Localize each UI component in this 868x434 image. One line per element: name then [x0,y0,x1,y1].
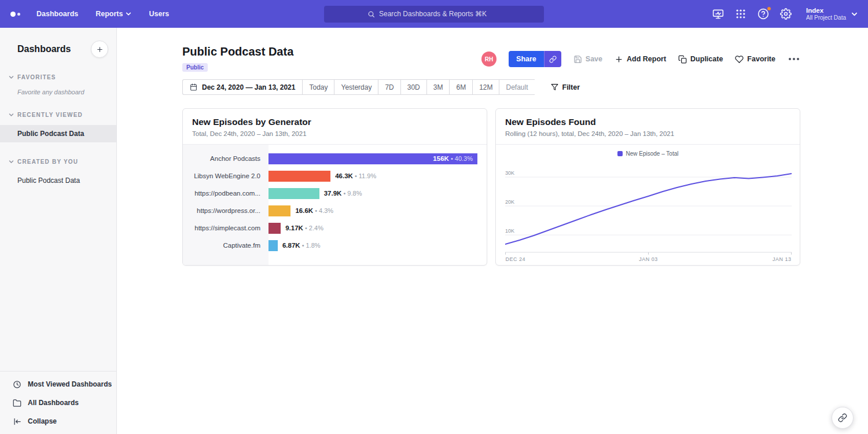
chevron-down-icon [9,112,14,117]
preset-12m[interactable]: 12M [472,79,499,95]
favorite-button[interactable]: Favorite [735,55,775,64]
bar[interactable] [269,205,290,216]
sidebar: Dashboards FAVORITES Favorite any dashbo… [0,28,117,434]
gear-icon[interactable] [780,8,792,20]
bar-track: 37.9K • 9.8% [269,185,487,202]
bar-chart-row[interactable]: https://podbean.com... 37.9K • 9.8% [183,185,487,202]
monitor-icon[interactable] [712,8,724,20]
svg-text:30K: 30K [505,170,514,176]
nav-item-users[interactable]: Users [149,10,169,18]
section-header-favorites[interactable]: FAVORITES [0,74,116,80]
help-icon[interactable] [757,8,769,20]
date-toolbar: Dec 24, 2020 — Jan 13, 2021 Today Yester… [182,79,800,95]
bar-chart[interactable]: Anchor Podcasts 156K • 40.3% Libsyn WebE… [183,145,487,265]
save-button[interactable]: Save [573,55,602,64]
filter-funnel-icon [551,83,558,91]
preset-6m[interactable]: 6M [449,79,472,95]
preset-yesterday[interactable]: Yesterday [334,79,378,95]
date-range-button[interactable]: Dec 24, 2020 — Jan 13, 2021 [182,79,302,95]
bar-chart-row[interactable]: Libsyn WebEngine 2.0 46.3K • 11.9% [183,167,487,185]
legend-label: New Episode – Total [626,150,679,157]
sidebar-footer: Most Viewed Dashboards All Dashboards Co… [0,371,116,431]
collapse-sidebar-button[interactable]: Collapse [0,412,116,431]
share-button[interactable]: Share [509,51,544,67]
project-name: Index [806,6,846,14]
bar-chart-row[interactable]: https://simplecast.com 9.17K • 2.4% [183,219,487,237]
more-options-button[interactable] [788,56,800,62]
save-icon [573,55,582,64]
bar-category-label: https://simplecast.com [183,225,269,231]
line-chart[interactable]: New Episode – Total 10K20K30KDEC 24JAN 0… [496,145,800,266]
page-header: Public Podcast Data Public RH Share Save [182,45,800,72]
apps-grid-icon[interactable] [735,8,746,20]
clock-icon [13,380,21,389]
share-link-button[interactable] [544,51,561,67]
bar-chart-row[interactable]: Captivate.fm 6.87K • 1.8% [183,237,487,254]
bar-track: 6.87K • 1.8% [269,237,487,254]
svg-text:20K: 20K [505,199,514,205]
all-dashboards-button[interactable]: All Dashboards [0,393,116,412]
bar-value: 46.3K • 11.9% [335,172,376,179]
bar-track: 156K • 40.3% [269,150,487,167]
bar[interactable] [269,240,278,251]
bar-category-label: Captivate.fm [183,242,269,249]
sidebar-item-public-podcast-data[interactable]: Public Podcast Data [0,125,116,142]
bar-chart-row[interactable]: https://wordpress.or... 16.6K • 4.3% [183,202,487,219]
sidebar-item-public-podcast-data-created[interactable]: Public Podcast Data [0,172,116,189]
visibility-badge: Public [182,63,208,72]
bar[interactable] [269,171,330,182]
preset-3m[interactable]: 3M [426,79,450,95]
bar-rows: Anchor Podcasts 156K • 40.3% Libsyn WebE… [183,145,487,254]
project-switcher[interactable]: Index All Project Data [806,6,858,21]
section-header-created-by-you[interactable]: CREATED BY YOU [0,159,116,165]
app-logo-icon[interactable] [10,12,20,17]
chart-title: New Episodes Found [505,117,790,127]
preset-30d[interactable]: 30D [400,79,426,95]
svg-text:10K: 10K [505,228,514,234]
nav-item-dashboards[interactable]: Dashboards [36,10,78,18]
favorites-empty-text: Favorite any dashboard [0,80,116,95]
filter-button[interactable]: Filter [551,83,580,91]
most-viewed-dashboards-button[interactable]: Most Viewed Dashboards [0,375,116,393]
preset-today[interactable]: Today [302,79,334,95]
chevron-down-icon [126,11,131,17]
nav-item-reports[interactable]: Reports [95,10,131,18]
svg-text:JAN 13: JAN 13 [773,256,792,262]
bar[interactable] [269,223,281,234]
link-icon [838,413,847,422]
bar-value-inline: 156K • 40.3% [433,155,477,162]
bar-value: 37.9K • 9.8% [324,190,362,197]
bar-chart-row[interactable]: Anchor Podcasts 156K • 40.3% [183,150,487,167]
nav-right-cluster: Index All Project Data [712,6,858,21]
section-header-recently-viewed[interactable]: RECENTLY VIEWED [0,112,116,118]
calendar-icon [190,83,197,91]
copy-link-fab[interactable] [832,407,854,429]
svg-text:DEC 24: DEC 24 [506,256,526,262]
search-input[interactable] [379,10,501,18]
preset-7d[interactable]: 7D [378,79,400,95]
sidebar-section-created: CREATED BY YOU Public Podcast Data [0,159,116,189]
bar-track: 46.3K • 11.9% [269,167,487,185]
bar[interactable] [269,188,319,199]
avatar[interactable]: RH [481,52,496,67]
global-search [324,6,544,23]
svg-text:JAN 03: JAN 03 [639,256,658,262]
bar-value: 6.87K • 1.8% [282,242,321,249]
project-scope: All Project Data [806,14,846,21]
duplicate-button[interactable]: Duplicate [678,55,723,64]
line-chart-header: New Episodes Found Rolling (12 hours), t… [496,109,800,145]
bar-category-label: https://wordpress.or... [183,207,269,214]
add-report-button[interactable]: Add Report [615,55,666,64]
chart-legend[interactable]: New Episode – Total [505,149,790,157]
add-dashboard-button[interactable] [91,41,108,58]
preset-default[interactable]: Default [499,79,534,95]
chart-subtitle: Rolling (12 hours), total, Dec 24th, 202… [505,130,790,137]
sidebar-title: Dashboards [17,44,71,54]
bar[interactable]: 156K • 40.3% [269,153,477,164]
link-icon [549,56,557,63]
search-icon [367,10,375,18]
chart-subtitle: Total, Dec 24th, 2020 – Jan 13th, 2021 [192,130,477,137]
bar-chart-card: New Episodes by Generator Total, Dec 24t… [182,108,487,266]
bar-chart-header: New Episodes by Generator Total, Dec 24t… [183,109,487,145]
heart-icon [735,55,744,64]
